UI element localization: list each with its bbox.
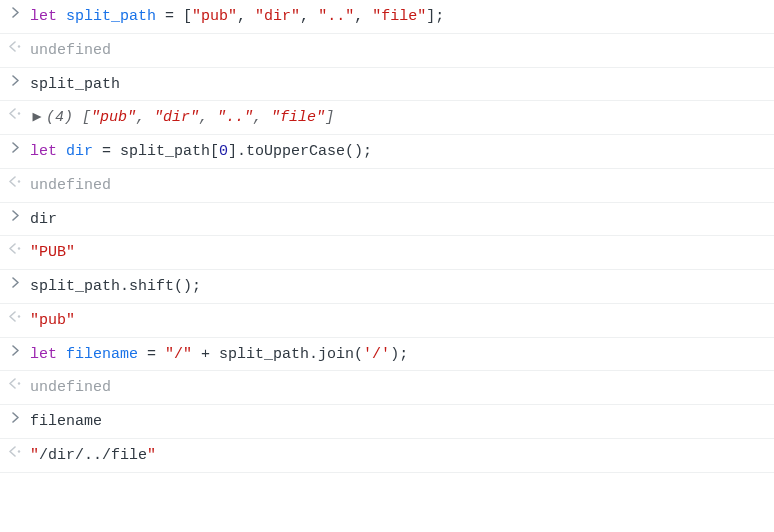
- result-content: ▶(4) ["pub", "dir", "..", "file"]: [30, 106, 774, 129]
- console-result-row[interactable]: "pub": [0, 304, 774, 338]
- code-token: split_path: [30, 76, 120, 93]
- code-token: );: [390, 346, 408, 363]
- code-token: let: [30, 346, 57, 363]
- prompt-icon: [0, 5, 30, 18]
- code-token: ];: [426, 8, 444, 25]
- code-token: "..": [318, 8, 354, 25]
- prompt-icon: [0, 275, 30, 288]
- code-token: ,: [136, 109, 154, 126]
- code-token: dir: [30, 211, 57, 228]
- code-token: let: [30, 8, 57, 25]
- console-result-row[interactable]: ▶(4) ["pub", "dir", "..", "file"]: [0, 101, 774, 135]
- code-token: let: [30, 143, 57, 160]
- prompt-icon: [0, 343, 30, 356]
- input-content: let dir = split_path[0].toUpperCase();: [30, 140, 774, 163]
- result-icon: [0, 309, 30, 322]
- code-token: '/': [363, 346, 390, 363]
- console-input-row[interactable]: let dir = split_path[0].toUpperCase();: [0, 135, 774, 169]
- code-token: dir: [66, 143, 93, 160]
- code-token: undefined: [30, 379, 111, 396]
- result-icon: [0, 174, 30, 187]
- console-input-row[interactable]: dir: [0, 203, 774, 237]
- code-token: [57, 346, 66, 363]
- devtools-console[interactable]: let split_path = ["pub", "dir", "..", "f…: [0, 0, 774, 473]
- code-token: =: [138, 346, 165, 363]
- svg-point-0: [18, 45, 20, 47]
- result-content: undefined: [30, 174, 774, 197]
- result-content: "PUB": [30, 241, 774, 264]
- input-content: let split_path = ["pub", "dir", "..", "f…: [30, 5, 774, 28]
- code-token: 0: [219, 143, 228, 160]
- svg-point-5: [18, 383, 20, 385]
- code-token: [57, 143, 66, 160]
- input-content: dir: [30, 208, 774, 231]
- prompt-icon: [0, 208, 30, 221]
- code-token: "dir": [154, 109, 199, 126]
- code-token: ": [30, 447, 39, 464]
- svg-point-6: [18, 450, 20, 452]
- console-result-row[interactable]: undefined: [0, 169, 774, 203]
- code-token: ].toUpperCase();: [228, 143, 372, 160]
- result-icon: [0, 39, 30, 52]
- code-token: /dir/../file: [39, 447, 147, 464]
- code-token: "dir": [255, 8, 300, 25]
- expand-triangle-icon[interactable]: ▶: [30, 107, 44, 129]
- code-token: "pub": [91, 109, 136, 126]
- result-content: "pub": [30, 309, 774, 332]
- console-result-row[interactable]: undefined: [0, 371, 774, 405]
- console-result-row[interactable]: undefined: [0, 34, 774, 68]
- code-token: "/": [165, 346, 192, 363]
- prompt-icon: [0, 140, 30, 153]
- console-input-row[interactable]: let filename = "/" + split_path.join('/'…: [0, 338, 774, 372]
- svg-point-1: [18, 113, 20, 115]
- code-token: "..": [217, 109, 253, 126]
- code-token: "file": [271, 109, 325, 126]
- code-token: ,: [300, 8, 318, 25]
- code-token: ,: [354, 8, 372, 25]
- svg-point-2: [18, 180, 20, 182]
- code-token: "pub": [192, 8, 237, 25]
- console-input-row[interactable]: split_path.shift();: [0, 270, 774, 304]
- result-icon: [0, 376, 30, 389]
- code-token: "PUB": [30, 244, 75, 261]
- code-token: (4) [: [46, 109, 91, 126]
- result-content: undefined: [30, 376, 774, 399]
- result-icon: [0, 241, 30, 254]
- code-token: ,: [237, 8, 255, 25]
- result-icon: [0, 106, 30, 119]
- svg-point-4: [18, 315, 20, 317]
- prompt-icon: [0, 73, 30, 86]
- code-token: = split_path[: [93, 143, 219, 160]
- result-content: undefined: [30, 39, 774, 62]
- input-content: split_path.shift();: [30, 275, 774, 298]
- input-content: split_path: [30, 73, 774, 96]
- console-result-row[interactable]: "/dir/../file": [0, 439, 774, 473]
- code-token: split_path.shift();: [30, 278, 201, 295]
- code-token: undefined: [30, 177, 111, 194]
- code-token: filename: [30, 413, 102, 430]
- input-content: filename: [30, 410, 774, 433]
- code-token: = [: [156, 8, 192, 25]
- code-token: ": [147, 447, 156, 464]
- console-input-row[interactable]: filename: [0, 405, 774, 439]
- code-token: "pub": [30, 312, 75, 329]
- console-input-row[interactable]: split_path: [0, 68, 774, 102]
- svg-point-3: [18, 248, 20, 250]
- prompt-icon: [0, 410, 30, 423]
- console-input-row[interactable]: let split_path = ["pub", "dir", "..", "f…: [0, 0, 774, 34]
- code-token: ,: [199, 109, 217, 126]
- code-token: ]: [325, 109, 334, 126]
- result-content: "/dir/../file": [30, 444, 774, 467]
- code-token: undefined: [30, 42, 111, 59]
- code-token: ,: [253, 109, 271, 126]
- code-token: + split_path.join(: [192, 346, 363, 363]
- code-token: [57, 8, 66, 25]
- input-content: let filename = "/" + split_path.join('/'…: [30, 343, 774, 366]
- result-icon: [0, 444, 30, 457]
- code-token: "file": [372, 8, 426, 25]
- code-token: filename: [66, 346, 138, 363]
- code-token: split_path: [66, 8, 156, 25]
- console-result-row[interactable]: "PUB": [0, 236, 774, 270]
